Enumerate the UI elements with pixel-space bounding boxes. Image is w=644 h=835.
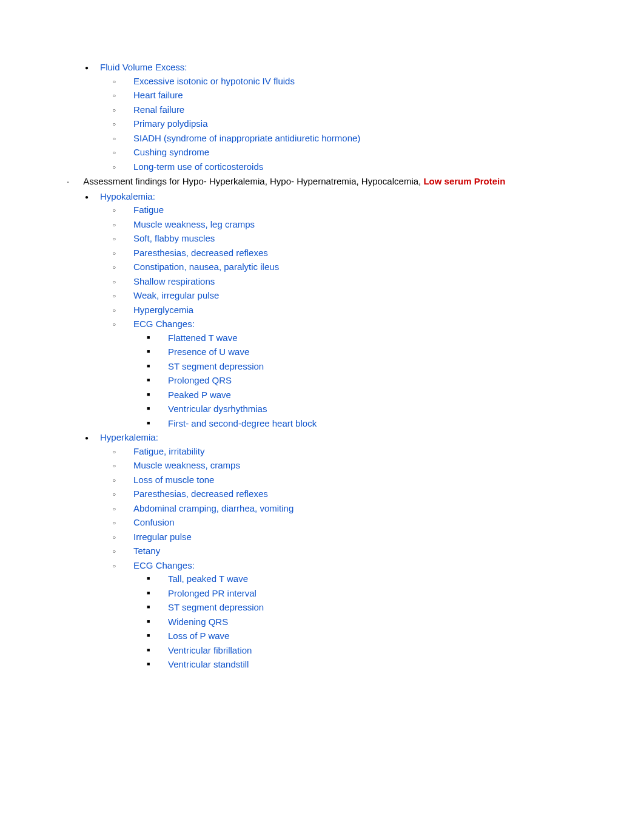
item-text: Abdominal cramping, diarrhea, vomiting [133,503,293,513]
sublist: Excessive isotonic or hypotonic IV fluid… [100,75,577,174]
outline-list: Hypokalemia: Fatigue Muscle weakness, le… [67,190,577,672]
list-item: Prolonged QRS [147,374,577,388]
item-text: Shallow respirations [133,276,215,286]
header-text: Assessment findings for Hypo- Hyperkalem… [83,176,423,186]
list-item: Fluid Volume Excess: Excessive isotonic … [85,61,577,174]
item-text: Presence of U wave [168,347,249,357]
item-text: Fatigue [133,205,164,215]
sublist: Flattened T wave Presence of U wave ST s… [133,331,577,431]
list-item: Soft, flabby muscles [112,232,577,246]
item-text: ECG Changes: [133,560,195,570]
list-item: Tetany [112,544,577,558]
item-text: Long-term use of corticosteroids [133,161,263,172]
list-item: Muscle weakness, cramps [112,459,577,473]
outline-list: Fluid Volume Excess: Excessive isotonic … [67,61,577,174]
list-item: Tall, peaked T wave [147,572,577,586]
item-text: Primary polydipsia [133,118,208,129]
list-item: Renal failure [112,103,577,117]
item-text: Flattened T wave [168,333,238,343]
item-text: Loss of muscle tone [133,475,214,485]
list-item: Shallow respirations [112,275,577,289]
item-text: Constipation, nausea, paralytic ileus [133,262,279,272]
header-emphasis: Low serum Protein [423,176,505,186]
list-item: Ventricular fibrillation [147,644,577,658]
list-item: Hyperglycemia [112,303,577,317]
list-item: Primary polydipsia [112,117,577,131]
list-item: Excessive isotonic or hypotonic IV fluid… [112,75,577,89]
list-item: Loss of P wave [147,629,577,643]
item-text: Weak, irregular pulse [133,290,219,300]
item-text: Soft, flabby muscles [133,233,215,243]
list-item: ST segment depression [147,601,577,615]
item-text: Muscle weakness, leg cramps [133,219,255,229]
list-item: Long-term use of corticosteroids [112,160,577,174]
list-item: Hypokalemia: Fatigue Muscle weakness, le… [85,190,577,431]
list-item: Irregular pulse [112,530,577,544]
list-item: Ventricular standstill [147,658,577,672]
list-item: Ventricular dysrhythmias [147,402,577,416]
item-text: Irregular pulse [133,532,192,542]
list-item: Confusion [112,516,577,530]
list-item: Fatigue [112,203,577,217]
item-text: First- and second-degree heart block [168,418,317,428]
list-item: Peaked P wave [147,388,577,402]
list-item: Hyperkalemia: Fatigue, irritability Musc… [85,431,577,672]
list-item: First- and second-degree heart block [147,417,577,431]
list-item: Fatigue, irritability [112,445,577,459]
list-item: ST segment depression [147,360,577,374]
item-title: Hyperkalemia: [100,432,158,442]
item-text: Renal failure [133,104,184,115]
list-item: Presence of U wave [147,345,577,359]
list-item: Loss of muscle tone [112,473,577,487]
item-text: Prolonged PR interval [168,588,257,598]
item-text: Tall, peaked T wave [168,573,248,584]
list-item: Heart failure [112,89,577,103]
item-text: Peaked P wave [168,390,231,400]
item-text: Tetany [133,546,160,556]
item-text: Loss of P wave [168,630,229,641]
item-text: ECG Changes: [133,319,195,329]
list-item: SIADH (syndrome of inappropriate antidiu… [112,132,577,146]
sublist: Fatigue, irritability Muscle weakness, c… [100,445,577,672]
item-text: ST segment depression [168,361,264,371]
list-item: Widening QRS [147,615,577,629]
item-text: Fatigue, irritability [133,446,205,456]
list-item: Muscle weakness, leg cramps [112,218,577,232]
list-item: Abdominal cramping, diarrhea, vomiting [112,502,577,516]
item-text: Confusion [133,517,175,527]
item-text: Paresthesias, decreased reflexes [133,488,268,499]
item-text: Hyperglycemia [133,305,193,315]
list-item: Prolonged PR interval [147,587,577,601]
item-text: SIADH (syndrome of inappropriate antidiu… [133,133,360,143]
list-item: Paresthesias, decreased reflexes [112,487,577,501]
item-text: Ventricular dysrhythmias [168,404,267,414]
list-item: ECG Changes: Flattened T wave Presence o… [112,317,577,430]
list-item: Flattened T wave [147,331,577,345]
item-title: Fluid Volume Excess: [100,62,187,72]
item-title: Hypokalemia: [100,191,155,201]
item-text: Muscle weakness, cramps [133,460,240,470]
bullet-prefix: · [67,175,81,189]
item-text: Cushing syndrome [133,147,209,157]
item-text: Ventricular fibrillation [168,645,252,655]
item-text: Widening QRS [168,617,228,627]
item-text: Excessive isotonic or hypotonic IV fluid… [133,76,295,86]
list-item: Cushing syndrome [112,146,577,160]
list-item: Constipation, nausea, paralytic ileus [112,260,577,274]
item-text: Paresthesias, decreased reflexes [133,248,268,258]
list-item: ECG Changes: Tall, peaked T wave Prolong… [112,559,577,672]
section-header: · Assessment findings for Hypo- Hyperkal… [67,175,577,189]
item-text: Prolonged QRS [168,375,232,385]
list-item: Weak, irregular pulse [112,289,577,303]
item-text: ST segment depression [168,602,264,612]
sublist: Fatigue Muscle weakness, leg cramps Soft… [100,203,577,430]
item-text: Heart failure [133,90,183,100]
sublist: Tall, peaked T wave Prolonged PR interva… [133,572,577,672]
list-item: Paresthesias, decreased reflexes [112,246,577,260]
item-text: Ventricular standstill [168,659,249,669]
